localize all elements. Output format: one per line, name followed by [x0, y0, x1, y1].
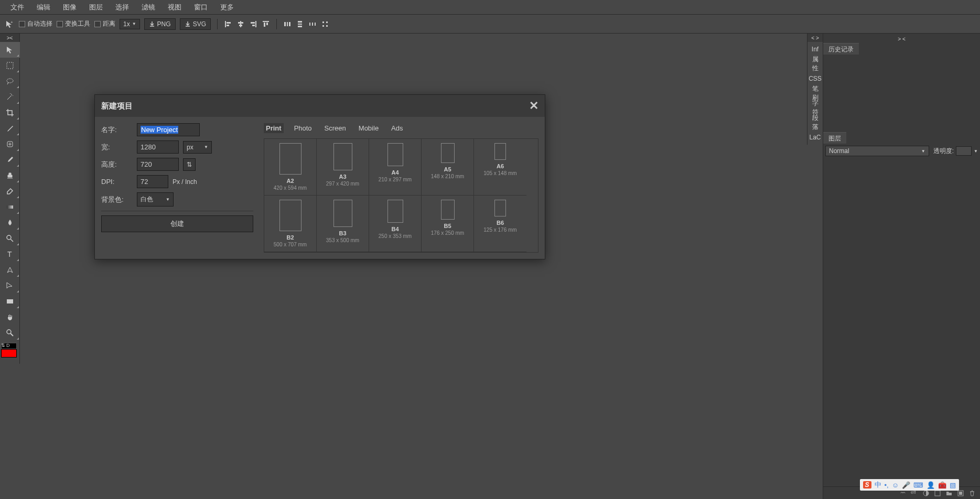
- auto-select-checkbox[interactable]: 自动选择: [19, 19, 52, 28]
- preset-a3[interactable]: A3297 x 420 mm: [317, 139, 369, 196]
- distribute-v-icon[interactable]: [296, 20, 304, 28]
- lasso-tool[interactable]: [0, 73, 20, 89]
- dialog-close-button[interactable]: ✕: [529, 99, 539, 113]
- transform-checkbox[interactable]: 变换工具: [57, 19, 90, 28]
- preset-tab-screen[interactable]: Screen: [322, 123, 348, 133]
- unit-dropdown[interactable]: px▼: [183, 141, 212, 154]
- history-panel-handle[interactable]: > <: [823, 36, 980, 42]
- preset-b5[interactable]: B5176 x 250 mm: [422, 196, 474, 252]
- menu-window[interactable]: 窗口: [188, 1, 214, 14]
- preset-b4[interactable]: B4250 x 353 mm: [369, 196, 422, 252]
- blend-mode-select[interactable]: Normal ▼: [825, 146, 929, 156]
- preset-b6[interactable]: B6125 x 176 mm: [474, 196, 526, 252]
- width-input[interactable]: 1280: [137, 140, 179, 154]
- toolbar-collapse-handle[interactable]: ><: [0, 34, 19, 42]
- panel-tab-css[interactable]: CSS: [807, 71, 823, 86]
- ime-keyboard-icon[interactable]: ⌨: [913, 481, 923, 489]
- opacity-dropdown-icon[interactable]: ▼: [974, 149, 978, 154]
- menu-view[interactable]: 视图: [161, 1, 188, 14]
- ime-logo-icon: S: [863, 481, 871, 489]
- zoom-tool[interactable]: [0, 325, 20, 341]
- menu-image[interactable]: 图像: [57, 1, 83, 14]
- menu-file[interactable]: 文件: [4, 1, 30, 14]
- hand-tool[interactable]: [0, 309, 20, 325]
- create-button[interactable]: 创建: [101, 215, 253, 232]
- magic-wand-tool[interactable]: [0, 89, 20, 105]
- preset-tab-ads[interactable]: Ads: [389, 123, 405, 133]
- align-left-icon[interactable]: [224, 20, 232, 28]
- distribute-h-icon[interactable]: [283, 20, 292, 28]
- svg-rect-12: [266, 23, 268, 25]
- preset-b2[interactable]: B2500 x 707 mm: [264, 196, 317, 252]
- opacity-input[interactable]: [956, 146, 972, 156]
- panel-tab-info[interactable]: Inf: [807, 42, 823, 57]
- preset-b3[interactable]: B3353 x 500 mm: [317, 196, 369, 252]
- menu-more[interactable]: 更多: [214, 1, 240, 14]
- ime-lang[interactable]: 中: [875, 480, 881, 490]
- menu-filter[interactable]: 滤镜: [135, 1, 161, 14]
- right-tabs-handle[interactable]: < >: [807, 34, 823, 42]
- panel-tab-lac[interactable]: LaC: [807, 130, 823, 145]
- color-swatches[interactable]: ⇅D: [0, 343, 20, 364]
- move-tool[interactable]: [0, 42, 20, 58]
- preset-name: A6: [476, 163, 524, 169]
- align-right-icon[interactable]: [249, 20, 257, 28]
- distance-checkbox[interactable]: 距离: [94, 19, 115, 28]
- gradient-tool[interactable]: [0, 199, 20, 215]
- preset-a4[interactable]: A4210 x 297 mm: [369, 139, 422, 196]
- swap-colors-icon[interactable]: ⇅: [1, 343, 5, 348]
- ime-toolbox-icon[interactable]: 🧰: [938, 481, 946, 489]
- default-colors-icon[interactable]: D: [6, 343, 10, 348]
- dodge-tool[interactable]: [0, 231, 20, 246]
- path-select-tool[interactable]: [0, 278, 20, 294]
- export-svg-button[interactable]: SVG: [180, 18, 211, 30]
- healing-tool[interactable]: [0, 136, 20, 152]
- preset-a2[interactable]: A2420 x 594 mm: [264, 139, 317, 196]
- panel-tab-character[interactable]: 字符: [807, 101, 823, 115]
- history-tab[interactable]: 历史记录: [823, 43, 859, 56]
- panel-tab-paragraph[interactable]: 段落: [807, 115, 823, 130]
- preset-tab-photo[interactable]: Photo: [292, 123, 314, 133]
- marquee-tool[interactable]: [0, 58, 20, 73]
- eraser-tool[interactable]: [0, 183, 20, 199]
- zoom-dropdown[interactable]: 1x▼: [120, 19, 140, 29]
- text-tool[interactable]: T: [0, 246, 20, 262]
- blur-tool[interactable]: [0, 215, 20, 231]
- name-input[interactable]: New Project: [137, 123, 200, 136]
- stamp-tool[interactable]: [0, 168, 20, 183]
- shape-tool[interactable]: [0, 294, 20, 309]
- eyedropper-tool[interactable]: [0, 121, 20, 136]
- height-input[interactable]: 720: [137, 158, 179, 171]
- distribute-space-h-icon[interactable]: [308, 20, 317, 28]
- preset-a6[interactable]: A6105 x 148 mm: [474, 139, 526, 196]
- delete-layer-icon[interactable]: [968, 490, 976, 497]
- pen-tool[interactable]: [0, 262, 20, 278]
- foreground-color-swatch[interactable]: [1, 349, 17, 357]
- bg-dropdown[interactable]: 白色▼: [137, 192, 174, 207]
- brush-tool[interactable]: [0, 152, 20, 168]
- svg-rect-16: [298, 21, 302, 23]
- ime-emoji-icon[interactable]: ☺: [892, 481, 899, 489]
- ime-bar[interactable]: S 中 •, ☺ 🎤 ⌨ 👤 🧰 ▧: [860, 479, 959, 491]
- align-center-h-icon[interactable]: [236, 20, 245, 28]
- menu-layer[interactable]: 图层: [83, 1, 109, 14]
- ime-person-icon[interactable]: 👤: [927, 481, 935, 489]
- menu-select[interactable]: 选择: [109, 1, 135, 14]
- dpi-input[interactable]: 72: [137, 175, 168, 188]
- preset-dims: 125 x 176 mm: [476, 227, 524, 233]
- swap-dimensions-button[interactable]: ⇅: [183, 158, 196, 171]
- distribute-space-v-icon[interactable]: [321, 20, 329, 28]
- ime-punct-icon[interactable]: •,: [885, 481, 889, 489]
- preset-a5[interactable]: A5148 x 210 mm: [422, 139, 474, 196]
- preset-tab-mobile[interactable]: Mobile: [357, 123, 381, 133]
- layers-tab[interactable]: 图层: [823, 132, 846, 145]
- preset-tab-print[interactable]: Print: [264, 123, 284, 133]
- ime-settings-icon[interactable]: ▧: [950, 481, 956, 489]
- panel-tab-brush[interactable]: 笔刷: [807, 86, 823, 101]
- menu-edit[interactable]: 编辑: [30, 1, 57, 14]
- ime-voice-icon[interactable]: 🎤: [902, 481, 910, 489]
- align-top-icon[interactable]: [262, 20, 270, 28]
- crop-tool[interactable]: [0, 105, 20, 121]
- panel-tab-properties[interactable]: 属性: [807, 57, 823, 71]
- export-png-button[interactable]: PNG: [144, 18, 176, 30]
